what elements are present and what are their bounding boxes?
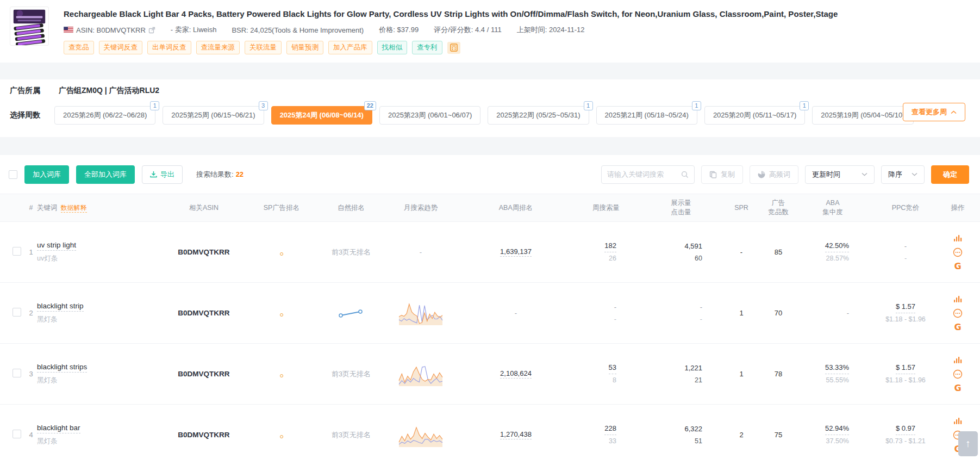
sp-ad-rank-cell <box>245 430 319 440</box>
keyword-cell: uv strip light uv灯条 <box>37 241 163 263</box>
action-cell: G <box>944 233 972 271</box>
export-button[interactable]: 导出 <box>142 165 183 184</box>
sp-ad-dot-icon <box>280 435 283 438</box>
week-tabs: 1 2025第26周 (06/22~06/28) 3 2025第25周 (06/… <box>54 106 914 125</box>
add-all-to-thesaurus-button[interactable]: 全部加入词库 <box>76 165 135 184</box>
aba-concentration-cell: 53.33% 55.55% <box>798 362 867 386</box>
week-tab[interactable]: 3 2025第25周 (06/15~06/21) <box>163 106 264 125</box>
col-spr: SPR <box>724 203 759 213</box>
tag-sales-forecast[interactable]: 销量预测 <box>286 41 323 54</box>
row-checkbox[interactable] <box>13 247 21 256</box>
week-badge: 1 <box>800 101 809 110</box>
copy-button[interactable]: 复制 <box>701 165 743 184</box>
week-badge: 3 <box>259 101 268 110</box>
tag-check-competitor[interactable]: 查竞品 <box>64 41 94 54</box>
impressions-clicks-cell: - - <box>638 301 724 325</box>
action-cell: G <box>944 355 972 393</box>
ad-belong-value: 广告组ZM0Q | 广告活动RLU2 <box>59 86 159 96</box>
product-image <box>10 7 49 46</box>
week-tab[interactable]: 1 2025第26周 (06/22~06/28) <box>54 106 155 125</box>
week-select-label: 选择周数 <box>10 110 40 120</box>
week-tab[interactable]: 1 2025第21周 (05/18~05/24) <box>596 106 697 125</box>
keyword-translation: 黑灯条 <box>37 376 163 385</box>
spr-cell: - <box>724 248 759 256</box>
keyword-text[interactable]: uv strip light <box>37 241 76 251</box>
product-price: 价格: $37.99 <box>379 25 419 35</box>
more-actions-icon[interactable] <box>953 369 963 379</box>
keyword-search-input[interactable] <box>607 170 681 178</box>
week-tab[interactable]: 22 2025第24周 (06/08~06/14) <box>271 106 372 125</box>
google-icon[interactable]: G <box>953 262 963 271</box>
analysis-chart-icon[interactable] <box>953 233 963 243</box>
related-asin: B0DMVQTKRR <box>163 248 245 256</box>
us-flag-icon <box>64 27 73 33</box>
confirm-button[interactable]: 确定 <box>931 165 969 184</box>
row-checkbox[interactable] <box>13 430 21 438</box>
add-to-thesaurus-button[interactable]: 加入词库 <box>24 165 69 184</box>
calculator-icon[interactable] <box>447 42 460 54</box>
col-aba-concentration: ABA集中度 <box>798 199 867 217</box>
week-tab[interactable]: 1 2025第20周 (05/11~05/17) <box>704 106 805 125</box>
natural-rank-cell: 前3页无排名 <box>319 369 384 379</box>
tag-find-similar[interactable]: 找相似 <box>377 41 408 54</box>
col-action: 操作 <box>944 203 972 213</box>
view-more-weeks-button[interactable]: 查看更多周 <box>903 103 965 121</box>
aba-rank-cell: 2,108,624 <box>458 369 574 379</box>
tag-traffic-source[interactable]: 查流量来源 <box>196 41 240 54</box>
col-ppc: PPC竞价 <box>867 203 944 213</box>
more-actions-icon[interactable] <box>953 247 963 257</box>
google-icon[interactable]: G <box>953 383 963 393</box>
pie-chart-icon <box>758 171 765 178</box>
aba-concentration-cell: 42.50% 28.57% <box>798 240 867 264</box>
google-icon[interactable]: G <box>953 323 963 332</box>
week-label: 2025第20周 (05/11~05/17) <box>713 111 796 119</box>
week-label: 2025第22周 (05/25~05/31) <box>496 111 580 119</box>
keyword-text[interactable]: blacklight strips <box>37 363 87 373</box>
keyword-text[interactable]: blacklight bar <box>37 424 80 433</box>
analysis-chart-icon[interactable] <box>953 416 963 426</box>
tag-keyword-reverse[interactable]: 关键词反查 <box>99 41 143 54</box>
search-icon[interactable] <box>681 171 689 178</box>
tag-related-traffic[interactable]: 关联流量 <box>245 41 282 54</box>
select-all-checkbox[interactable] <box>9 170 17 179</box>
more-actions-icon[interactable] <box>953 308 963 318</box>
product-action-tags: 查竞品 关键词反查 出单词反查 查流量来源 关联流量 销量预测 加入产品库 找相… <box>64 41 980 54</box>
keyword-text[interactable]: blacklight strip <box>37 302 84 312</box>
keyword-cell: blacklight strip 黑灯条 <box>37 302 163 324</box>
sp-ad-dot-icon <box>280 252 283 256</box>
aba-rank-cell: 1,270,438 <box>458 430 574 439</box>
week-label: 2025第19周 (05/04~05/10) <box>821 111 904 119</box>
analysis-chart-icon[interactable] <box>953 294 963 304</box>
week-tab[interactable]: 2025第23周 (06/01~06/07) <box>379 106 480 125</box>
col-weekly-search: 周搜索量 <box>574 203 638 213</box>
analysis-chart-icon[interactable] <box>953 355 963 365</box>
week-label: 2025第25周 (06/15~06/21) <box>171 111 255 119</box>
chevron-up-icon <box>951 110 957 114</box>
tag-add-product-library[interactable]: 加入产品库 <box>328 41 372 54</box>
keyword-research-page: Rechargeable Black Light Bar 4 Packs, Ba… <box>0 0 980 465</box>
data-explain-link[interactable]: 数据解释 <box>61 204 87 213</box>
back-to-top-button[interactable]: ↑ <box>958 431 978 456</box>
week-tab[interactable]: 2025第19周 (05/04~05/10) <box>812 106 913 125</box>
product-info-row: ASIN: B0DMVQTKRR - 卖家: Liweish BSR: 24,0… <box>64 25 980 35</box>
monthly-trend-cell <box>384 421 458 449</box>
sort-order-select[interactable]: 降序 <box>881 165 925 184</box>
week-tab[interactable]: 1 2025第22周 (05/25~05/31) <box>488 106 589 125</box>
aba-concentration-cell: 52.94% 37.50% <box>798 423 867 447</box>
tag-check-patent[interactable]: 查专利 <box>412 41 442 54</box>
chevron-down-icon <box>862 172 867 176</box>
section-divider <box>0 63 980 79</box>
row-checkbox[interactable] <box>13 308 21 317</box>
keyword-search-box <box>601 165 695 184</box>
row-checkbox[interactable] <box>13 369 21 377</box>
sp-ad-rank-cell <box>245 247 319 257</box>
product-seller: - 卖家: Liweish <box>171 25 217 35</box>
weekly-search-cell: 228 33 <box>574 423 638 447</box>
tag-order-word-reverse[interactable]: 出单词反查 <box>147 41 191 54</box>
ad-competitors-cell: 70 <box>759 309 798 317</box>
col-asin: 相关ASIN <box>163 203 245 213</box>
high-frequency-words-button[interactable]: 高频词 <box>750 165 798 184</box>
external-link-icon[interactable] <box>148 27 155 34</box>
table-header: # 关键词数据解释 相关ASIN SP广告排名 自然排名 月搜索趋势 ABA周排… <box>0 194 980 222</box>
sort-field-select[interactable]: 更新时间 <box>805 165 875 184</box>
